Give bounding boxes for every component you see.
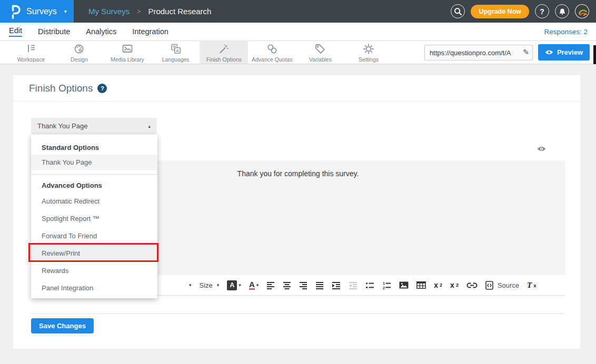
eye-icon (545, 49, 553, 55)
select-value: Thank You Page (37, 122, 87, 130)
help-button[interactable]: ? (535, 4, 549, 18)
question-mark-icon: ? (540, 7, 544, 16)
align-center-button[interactable] (283, 281, 291, 289)
dropdown-item-rewards[interactable]: Rewards (31, 262, 157, 279)
workspace-icon (25, 43, 37, 55)
search-icon (453, 6, 463, 17)
edit-toolbar-ribbon: Workspace Design (0, 41, 596, 64)
avatar-logo-icon (576, 5, 589, 18)
breadcrumb: My Surveys > Product Research (88, 7, 211, 16)
panel-header: Finish Options ? (13, 75, 580, 94)
image-icon (121, 43, 134, 55)
preview-button[interactable]: Preview (538, 44, 590, 60)
ribbon-item-settings[interactable]: Settings (344, 41, 393, 64)
text-color-button[interactable]: A ▾ (249, 280, 259, 290)
product-menu[interactable]: Surveys ▾ (0, 0, 74, 23)
breadcrumb-my-surveys[interactable]: My Surveys (88, 7, 130, 16)
search-button[interactable] (451, 4, 465, 18)
caret-up-icon: ▴ (148, 124, 151, 129)
svg-text:1: 1 (383, 281, 385, 285)
survey-url-input[interactable] (424, 45, 533, 60)
dropdown-item-forward-to-friend[interactable]: Forward To Friend (31, 227, 157, 245)
source-label: Source (498, 281, 519, 289)
background-color-button[interactable]: A ▾ (227, 280, 241, 290)
ribbon-label: Advance Quotas (252, 56, 293, 63)
bell-icon (558, 7, 567, 16)
ribbon-item-design[interactable]: Design (55, 41, 104, 64)
top-bar: Surveys ▾ My Surveys > Product Research … (0, 0, 596, 23)
preview-label: Preview (557, 48, 583, 56)
breadcrumb-separator: > (137, 8, 141, 15)
ribbon-item-workspace[interactable]: Workspace (7, 41, 55, 64)
font-dropdown[interactable]: ▾ (189, 282, 192, 288)
remove-format-button[interactable]: Tx (527, 281, 536, 290)
magic-wand-icon (217, 43, 230, 55)
dropdown-item-spotlight-report[interactable]: Spotlight Report ™ (31, 210, 157, 227)
dropdown-group-standard-options: Standard Options (31, 141, 157, 155)
pencil-icon[interactable]: ✎ (523, 48, 529, 56)
help-tooltip-icon[interactable]: ? (97, 84, 107, 93)
dropdown-item-automatic-redirect[interactable]: Automatic Redirect (31, 193, 157, 210)
ribbon-item-media-library[interactable]: Media Library (103, 41, 152, 64)
ribbon-item-languages[interactable]: A Languages (152, 41, 200, 64)
questionpro-logo-icon (9, 4, 21, 19)
finish-option-select[interactable]: Thank You Page ▴ (31, 118, 157, 134)
ribbon-label: Settings (359, 56, 379, 63)
upgrade-now-button[interactable]: Upgrade Now (471, 5, 529, 18)
background-color-icon: A (227, 280, 237, 290)
justify-button[interactable] (315, 281, 324, 289)
ribbon-label: Variables (309, 56, 332, 63)
tab-analytics[interactable]: Analytics (86, 27, 116, 36)
gear-icon (362, 43, 375, 55)
dropdown-group-advanced-options: Advanced Options (31, 179, 157, 193)
font-size-dropdown[interactable]: Size ▾ (200, 281, 220, 289)
divider (13, 101, 580, 102)
divider (31, 314, 565, 314)
align-right-button[interactable] (299, 281, 307, 289)
screen-edge-artifact (593, 45, 596, 64)
app-window: Surveys ▾ My Surveys > Product Research … (0, 0, 596, 364)
ribbon-label: Languages (162, 56, 190, 63)
notifications-button[interactable] (555, 4, 569, 18)
tab-distribute[interactable]: Distribute (38, 27, 70, 36)
bulleted-list-button[interactable] (365, 281, 374, 289)
dropdown-item-panel-integration[interactable]: Panel Integration (31, 279, 157, 297)
indent-button[interactable] (332, 281, 341, 289)
survey-url-field: ✎ (424, 45, 533, 60)
subscript-button[interactable]: x2 (434, 282, 442, 288)
product-menu-label: Surveys (26, 7, 57, 16)
size-label: Size (200, 281, 213, 289)
editor-preview-eye-icon[interactable] (537, 146, 546, 152)
source-button[interactable]: Source (485, 281, 519, 290)
divider (31, 174, 157, 175)
superscript-button[interactable]: x2 (450, 282, 459, 288)
ribbon-label: Workspace (17, 56, 45, 63)
dropdown-item-thank-you-page[interactable]: Thank You Page (31, 155, 157, 170)
translate-icon: A (170, 43, 182, 55)
thank-you-text: Thank you for completing this survey. (237, 169, 359, 178)
svg-text:A: A (176, 48, 179, 53)
dropdown-item-review-print[interactable]: Review/Print (31, 245, 157, 262)
save-changes-button[interactable]: Save Changes (31, 318, 94, 333)
ribbon-item-finish-options[interactable]: Finish Options (200, 41, 248, 64)
link-button[interactable] (466, 282, 478, 288)
ribbon-label: Design (71, 56, 88, 63)
outdent-button[interactable] (349, 281, 357, 289)
svg-text:2: 2 (383, 286, 385, 289)
survey-tab-bar: Edit Distribute Analytics Integration Re… (0, 23, 596, 41)
numbered-list-button[interactable]: 1 2 (382, 281, 391, 289)
tag-icon (314, 43, 326, 55)
insert-image-button[interactable] (399, 281, 409, 289)
responses-count[interactable]: Responses: 2 (544, 28, 588, 36)
account-avatar[interactable] (575, 4, 589, 18)
ribbon-item-variables[interactable]: Variables (296, 41, 345, 64)
chain-rings-icon (266, 43, 279, 55)
topbar-actions: Upgrade Now ? (451, 4, 589, 18)
ribbon-label: Media Library (111, 56, 144, 63)
ribbon-item-advance-quotas[interactable]: Advance Quotas (248, 41, 296, 64)
tab-integration[interactable]: Integration (132, 27, 168, 36)
breadcrumb-current: Product Research (148, 7, 211, 16)
tab-edit[interactable]: Edit (9, 26, 22, 37)
insert-table-button[interactable] (416, 281, 426, 289)
align-left-button[interactable] (266, 281, 275, 289)
